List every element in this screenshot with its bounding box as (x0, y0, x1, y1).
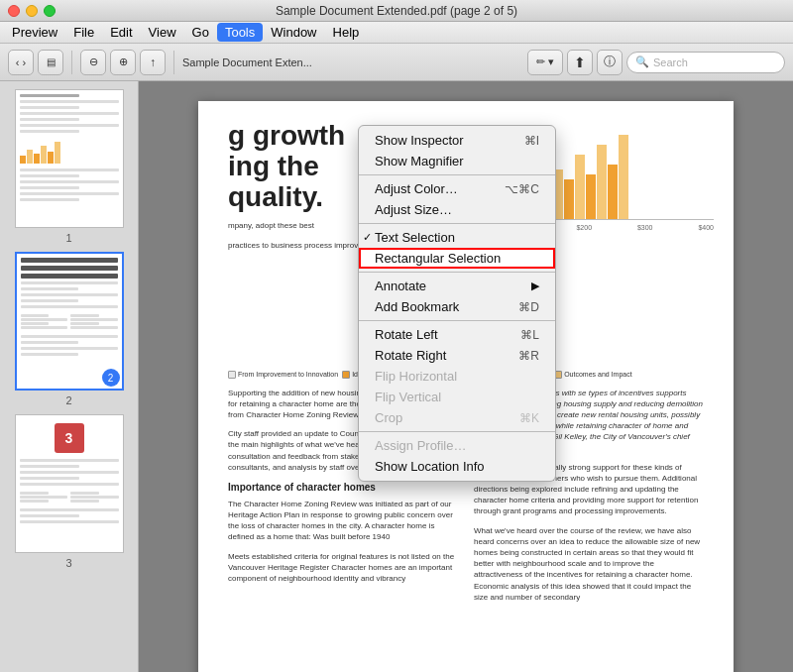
menu-window[interactable]: Window (263, 23, 324, 42)
menu-item-show-location-info[interactable]: Show Location Info (359, 456, 555, 477)
info-button[interactable]: ⓘ (597, 50, 623, 75)
tag-1: From Improvement to Innovation (228, 370, 338, 380)
menu-item-rotate-right[interactable]: Rotate Right ⌘R (359, 345, 555, 366)
search-placeholder: Search (653, 56, 688, 68)
menu-item-annotate[interactable]: Annotate ▶ (359, 276, 555, 296)
close-button[interactable] (8, 5, 20, 17)
nav-back-forward-button[interactable]: ‹ › (8, 50, 34, 75)
page-badge-2: 2 (102, 369, 120, 387)
tools-dropdown-menu: Show Inspector ⌘I Show Magnifier Adjust … (358, 125, 556, 482)
search-box[interactable]: 🔍 Search (626, 52, 785, 73)
search-icon: 🔍 (635, 56, 649, 68)
markup-button[interactable]: ✏ ▾ (527, 50, 563, 75)
menu-bar: Preview File Edit View Go Tools Window H… (0, 22, 793, 44)
menu-item-adjust-size[interactable]: Adjust Size… (359, 199, 555, 220)
window-title: Sample Document Extended.pdf (page 2 of … (276, 4, 517, 18)
menu-item-show-magnifier[interactable]: Show Magnifier (359, 151, 555, 171)
menu-item-crop: Crop ⌘K (359, 407, 555, 428)
page-label-2: 2 (65, 394, 71, 406)
menu-item-rectangular-selection[interactable]: Rectangular Selection (359, 248, 555, 269)
menu-item-text-selection[interactable]: ✓ Text Selection (359, 227, 555, 248)
title-bar: Sample Document Extended.pdf (page 2 of … (0, 0, 793, 22)
page-label-3: 3 (65, 557, 71, 569)
content-area: g growth ing the quality. mpany, adopt t… (139, 81, 793, 672)
toolbar: ‹ › ▤ ⊖ ⊕ ↑ Sample Document Exten... ✏ ▾… (0, 44, 793, 81)
menu-separator-1 (359, 174, 555, 175)
zoom-out-button[interactable]: ⊖ (80, 50, 106, 75)
action-button[interactable]: ⬆ (567, 50, 593, 75)
menu-edit[interactable]: Edit (102, 23, 140, 42)
page-thumbnail-1[interactable] (15, 89, 124, 228)
menu-item-flip-vertical: Flip Vertical (359, 387, 555, 407)
menu-separator-4 (359, 320, 555, 321)
toolbar-separator-1 (71, 51, 72, 74)
menu-item-flip-horizontal: Flip Horizontal (359, 366, 555, 387)
sidebar-page-2[interactable]: 2 2 (6, 252, 132, 406)
tag-4: Outcomes and Impact (554, 370, 631, 380)
sidebar-doc-label: Sample Document Exten... (182, 56, 312, 68)
menu-tools[interactable]: Tools (217, 23, 263, 42)
zoom-in-button[interactable]: ⊕ (110, 50, 136, 75)
menu-go[interactable]: Go (184, 23, 217, 42)
menu-item-adjust-color[interactable]: Adjust Color… ⌥⌘C (359, 178, 555, 199)
toolbar-separator-2 (173, 51, 174, 74)
page-thumbnail-2[interactable]: 2 (15, 252, 124, 391)
menu-preview[interactable]: Preview (4, 23, 65, 42)
sidebar-page-1[interactable]: 1 (6, 89, 132, 244)
menu-separator-3 (359, 272, 555, 273)
maximize-button[interactable] (44, 5, 56, 17)
menu-separator-2 (359, 223, 555, 224)
submenu-arrow-icon: ▶ (531, 280, 539, 292)
sidebar-toggle-button[interactable]: ▤ (38, 50, 63, 75)
menu-item-add-bookmark[interactable]: Add Bookmark ⌘D (359, 296, 555, 317)
menu-view[interactable]: View (141, 23, 184, 42)
page-thumbnail-3[interactable]: 3 (15, 414, 124, 553)
traffic-lights (8, 5, 56, 17)
main-area: 1 (0, 81, 793, 672)
menu-file[interactable]: File (65, 23, 102, 42)
menu-item-show-inspector[interactable]: Show Inspector ⌘I (359, 130, 555, 151)
sidebar: 1 (0, 81, 139, 672)
page-label-1: 1 (65, 232, 71, 244)
menu-separator-5 (359, 431, 555, 432)
menu-item-assign-profile: Assign Profile… (359, 435, 555, 456)
sidebar-page-3[interactable]: 3 (6, 414, 132, 569)
menu-item-rotate-left[interactable]: Rotate Left ⌘L (359, 324, 555, 345)
minimize-button[interactable] (26, 5, 38, 17)
menu-help[interactable]: Help (325, 23, 368, 42)
share-button[interactable]: ↑ (140, 50, 166, 75)
checkmark-icon: ✓ (363, 231, 372, 244)
